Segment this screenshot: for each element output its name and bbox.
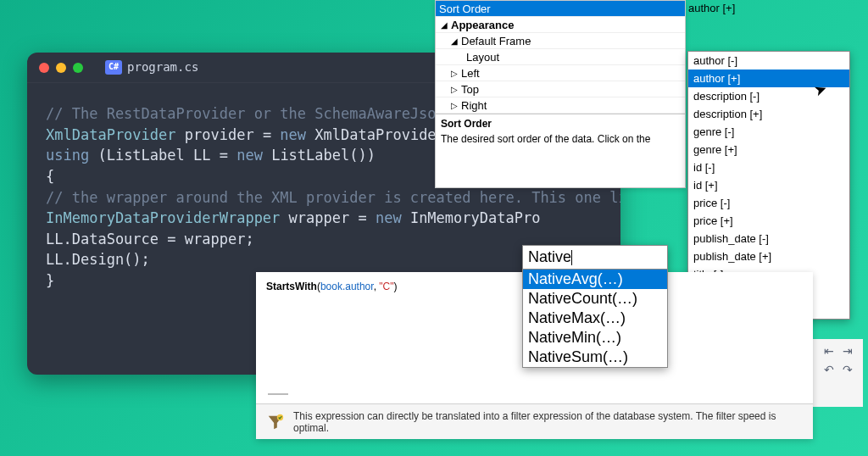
autocomplete-item[interactable]: NativeMax(…) [523, 309, 667, 328]
sort-option[interactable]: description [+] [688, 105, 849, 123]
chevron-down-icon[interactable] [449, 36, 459, 46]
filter-footer: This expression can directly be translat… [256, 403, 813, 439]
autocomplete-input[interactable]: Native [523, 246, 667, 270]
sort-order-value[interactable]: author [+] [688, 2, 735, 14]
chevron-right-icon[interactable] [449, 85, 459, 94]
propgrid-row-appearance[interactable]: Appearance [436, 17, 685, 33]
sort-option[interactable]: publish_date [+] [688, 247, 849, 265]
chevron-right-icon[interactable] [449, 69, 459, 78]
chevron-down-icon[interactable] [439, 20, 449, 30]
editor-tab[interactable]: C# program.cs [105, 58, 198, 75]
autocomplete-item[interactable]: NativeSum(…) [523, 348, 667, 367]
indent-icon[interactable]: ⇥ [843, 344, 853, 358]
sort-option[interactable]: id [+] [688, 176, 849, 194]
propgrid-row-sort-order[interactable]: Sort Order [436, 1, 685, 17]
propgrid-row-default-frame[interactable]: Default Frame [436, 33, 685, 49]
sort-option[interactable]: publish_date [-] [688, 230, 849, 247]
sort-option[interactable]: price [-] [688, 194, 849, 212]
funnel-icon [266, 413, 285, 431]
sort-option[interactable]: description [-] [688, 87, 849, 105]
outdent-icon[interactable]: ⇤ [824, 344, 834, 358]
propgrid-row-left[interactable]: Left [436, 65, 685, 81]
window-zoom-icon[interactable] [73, 63, 83, 73]
propgrid-row-top[interactable]: Top [436, 81, 685, 97]
sort-option[interactable]: id [-] [688, 158, 849, 176]
sort-option[interactable]: author [-] [688, 52, 849, 70]
sort-option[interactable]: genre [+] [688, 141, 849, 158]
sort-option[interactable]: price [+] [688, 212, 849, 230]
sort-option[interactable]: genre [-] [688, 123, 849, 141]
autocomplete-item[interactable]: NativeCount(…) [523, 289, 667, 309]
drag-handle-icon[interactable] [268, 393, 288, 395]
window-minimize-icon[interactable] [56, 63, 66, 73]
chevron-right-icon[interactable] [449, 101, 459, 110]
csharp-icon: C# [105, 60, 122, 75]
autocomplete-popup: Native NativeAvg(…)NativeCount(…)NativeM… [522, 245, 668, 368]
filter-footer-text: This expression can directly be translat… [293, 410, 803, 434]
window-close-icon[interactable] [39, 63, 49, 73]
autocomplete-item[interactable]: NativeMin(…) [523, 328, 667, 348]
propgrid-row-layout[interactable]: Layout [436, 49, 685, 65]
autocomplete-item[interactable]: NativeAvg(…) [523, 270, 667, 289]
property-grid: Sort Order Appearance Default Frame Layo… [435, 0, 686, 188]
redo-icon[interactable]: ↷ [843, 363, 853, 376]
editor-filename: program.cs [127, 58, 198, 75]
undo-icon[interactable]: ↶ [824, 363, 834, 376]
propgrid-description: Sort Order The desired sort order of the… [436, 114, 685, 149]
propgrid-row-right[interactable]: Right [436, 97, 685, 114]
side-toolbar: ⇤ ⇥ ↶ ↷ [812, 339, 863, 407]
sort-option[interactable]: author [+] [688, 70, 849, 87]
